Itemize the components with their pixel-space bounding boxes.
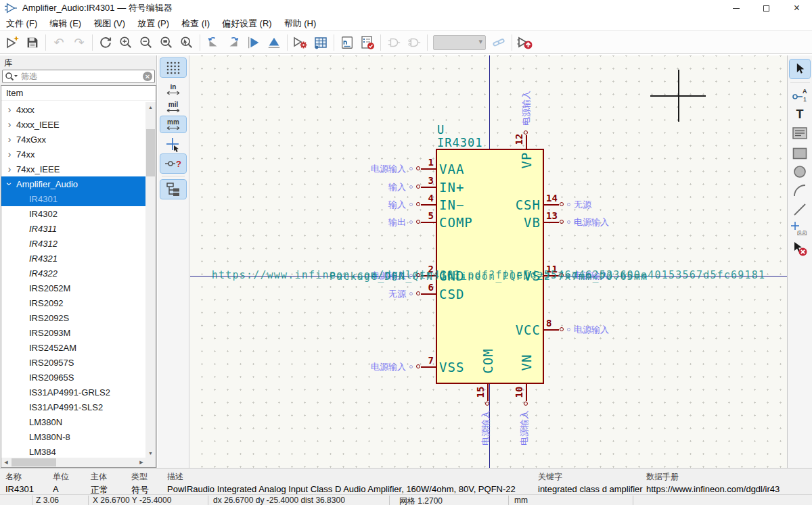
menu-preferences[interactable]: 偏好设置 (R)	[216, 16, 278, 31]
units-inches-button[interactable]: in	[160, 81, 186, 97]
vertical-scrollbar[interactable]: ▲ ▼	[145, 102, 156, 458]
pin-type-label: 电源输入	[518, 410, 531, 446]
show-library-tree-button[interactable]	[160, 180, 186, 199]
new-symbol-button[interactable]	[2, 33, 22, 52]
menu-inspect[interactable]: 检查 (I)	[175, 16, 216, 31]
expander-icon[interactable]: ›	[5, 134, 14, 145]
tree-item-74xx[interactable]: ›74xx	[1, 147, 146, 162]
pin-table-button[interactable]	[311, 33, 331, 52]
tree-item-IRS2052M[interactable]: IRS2052M	[1, 281, 146, 295]
tree-item-LM384[interactable]: LM384	[1, 444, 146, 459]
expander-icon[interactable]: ›	[5, 164, 14, 174]
tree-item-IR4301[interactable]: IR4301	[1, 191, 146, 206]
show-datasheet-button[interactable]	[337, 33, 357, 52]
tree-item-IS31AP4991-GRLS2[interactable]: IS31AP4991-GRLS2	[1, 385, 146, 400]
rotate-ccw-button[interactable]	[203, 33, 223, 52]
tree-item-LM380N-8[interactable]: LM380N-8	[1, 429, 146, 444]
textbox-tool-button[interactable]	[790, 124, 810, 143]
info-value: A	[53, 484, 69, 494]
menu-file[interactable]: 文件 (F)	[0, 16, 43, 31]
mirror-vertical-button[interactable]	[264, 33, 284, 52]
footprint-field-text[interactable]: Package_DFN_QFN:Infineon_PQFN-22-7x7mm_P…	[330, 270, 648, 283]
expander-icon[interactable]: ›	[5, 119, 14, 130]
menu-view[interactable]: 视图 (V)	[87, 16, 131, 31]
zoom-to-selection-button[interactable]	[177, 33, 197, 52]
horizontal-scroll-thumb[interactable]	[12, 458, 56, 466]
symbol-properties-button[interactable]	[290, 33, 311, 52]
expander-icon[interactable]: ›	[5, 149, 14, 160]
rectangle-tool-button[interactable]	[790, 144, 810, 163]
scroll-right-icon[interactable]: ▶	[137, 458, 146, 467]
export-symbol-button[interactable]	[515, 33, 535, 52]
clear-filter-icon[interactable]: ✕	[143, 72, 152, 81]
tree-item-IRS2092[interactable]: IRS2092	[1, 295, 146, 310]
expander-icon[interactable]: ›	[5, 104, 14, 115]
refresh-view-button[interactable]	[95, 33, 116, 52]
expander-icon[interactable]: ›	[4, 179, 15, 189]
demorgan-standard-button	[384, 33, 404, 52]
editor-canvas[interactable]: U IR4301 电源输入1 输入3 输入4 输出5 电源输入2 无源6 电源输…	[190, 55, 787, 468]
text-tool-button[interactable]: T	[790, 105, 810, 124]
zoom-in-button[interactable]	[116, 33, 136, 52]
tree-item-IR4302[interactable]: IR4302	[1, 206, 146, 221]
zoom-to-fit-button[interactable]	[156, 33, 177, 52]
tree-item-IRS2452AM[interactable]: IRS2452AM	[1, 340, 146, 355]
scroll-down-icon[interactable]: ▼	[145, 448, 156, 458]
tree-item-LM380N[interactable]: LM380N	[1, 414, 146, 429]
scroll-up-icon[interactable]: ▲	[145, 102, 156, 112]
delete-tool-button[interactable]	[790, 239, 810, 258]
menu-edit[interactable]: 编辑 (E)	[43, 16, 87, 31]
pin-end-circle	[416, 291, 420, 295]
pin-line	[544, 329, 559, 331]
show-pin-electrical-types-button[interactable]: ?	[160, 154, 186, 173]
pin-type-label: 电源输入	[574, 325, 609, 334]
scroll-left-icon[interactable]: ◀	[1, 458, 11, 467]
vertical-scroll-thumb[interactable]	[146, 129, 155, 176]
mirror-horizontal-button[interactable]	[244, 33, 264, 52]
units-mm-button[interactable]: mm	[160, 116, 186, 133]
minimize-button[interactable]	[721, 0, 751, 16]
tree-item-74xGxx[interactable]: ›74xGxx	[1, 132, 146, 147]
close-button[interactable]: ×	[782, 0, 812, 16]
erc-check-button[interactable]	[357, 33, 378, 52]
arc-tool-button[interactable]	[790, 181, 810, 200]
menu-help[interactable]: 帮助 (H)	[278, 16, 323, 31]
pin-type-label: 电源输入	[371, 164, 406, 173]
tree-item-IR4321[interactable]: IR4321	[1, 251, 146, 266]
rotate-cw-button[interactable]	[223, 33, 244, 52]
symbol-reference[interactable]: U	[437, 123, 445, 137]
horizontal-scrollbar[interactable]: ◀ ▶	[1, 458, 146, 467]
select-tool-button[interactable]	[790, 59, 810, 78]
symbol-value[interactable]: IR4301	[437, 136, 482, 149]
library-filter-input[interactable]: 筛选 ✕	[2, 70, 155, 83]
zoom-out-button[interactable]	[136, 33, 156, 52]
grid-visibility-button[interactable]	[160, 58, 186, 77]
tree-item-label: IRS20957S	[14, 358, 74, 368]
tree-item-IRS20965S[interactable]: IRS20965S	[1, 370, 146, 385]
left-tool-strip: in mil mm ?	[158, 55, 189, 468]
line-tool-button[interactable]	[790, 200, 810, 219]
tree-item-IRS20957S[interactable]: IRS20957S	[1, 355, 146, 370]
maximize-button[interactable]	[751, 0, 782, 16]
info-value: integrated class d amplifier	[538, 484, 643, 494]
tree-item-4xxx[interactable]: ›4xxx	[1, 102, 146, 117]
tree-item-74xx_IEEE[interactable]: ›74xx_IEEE	[1, 162, 146, 176]
tree-item-label: 4xxx	[14, 105, 35, 115]
tree-item-IS31AP4991-SLS2[interactable]: IS31AP4991-SLS2	[1, 400, 146, 414]
tree-item-Amplifier_Audio[interactable]: ›Amplifier_Audio	[1, 176, 146, 191]
tree-item-IR4311[interactable]: IR4311	[1, 221, 146, 236]
circle-tool-button[interactable]	[790, 162, 810, 181]
tree-item-4xxx_IEEE[interactable]: ›4xxx_IEEE	[1, 117, 146, 132]
units-mils-button[interactable]: mil	[160, 99, 186, 115]
pin-tool-button[interactable]: A1	[790, 86, 810, 105]
tree-item-IR4312[interactable]: IR4312	[1, 236, 146, 251]
tree-item-IR4322[interactable]: IR4322	[1, 266, 146, 281]
tree-item-IRS2093M[interactable]: IRS2093M	[1, 325, 146, 340]
tree-item-IRS2092S[interactable]: IRS2092S	[1, 310, 146, 325]
save-button[interactable]	[22, 33, 43, 52]
pin-name: CSH	[516, 197, 541, 212]
cursor-shape-button[interactable]	[160, 135, 186, 154]
menu-place[interactable]: 放置 (P)	[131, 16, 175, 31]
anchor-tool-button[interactable]: (0,0)	[790, 219, 810, 238]
minimize-icon	[733, 8, 740, 9]
